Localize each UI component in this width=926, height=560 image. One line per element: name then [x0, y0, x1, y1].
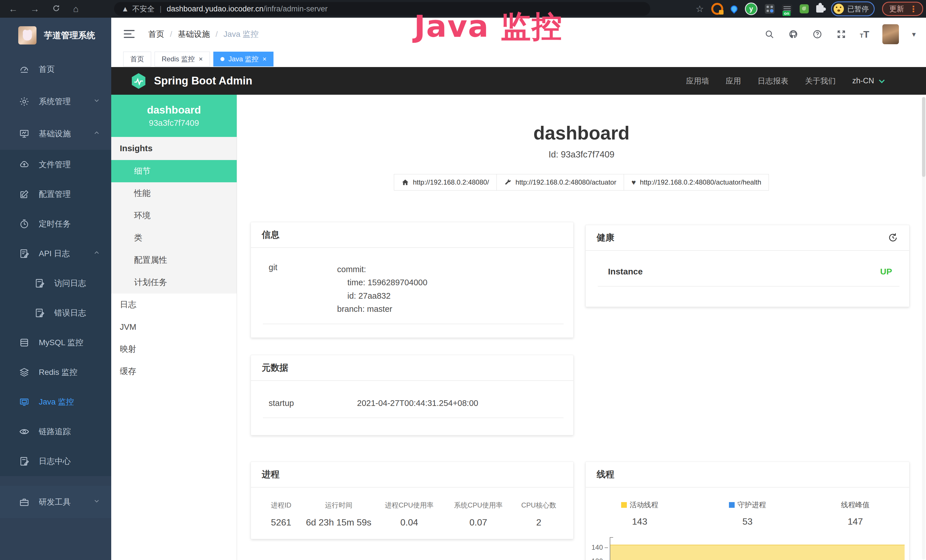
sba-brand[interactable]: Spring Boot Admin	[154, 75, 253, 87]
address-bar[interactable]: ▲ 不安全 | dashboard.yudao.iocoder.cn/infra…	[114, 2, 650, 16]
instance-links: http://192.168.0.2:48080/ http://192.168…	[237, 174, 926, 191]
back-icon[interactable]: ←	[9, 4, 18, 14]
screen: ← → ⌂ ▲ 不安全 | dashboard.yudao.iocoder.cn…	[0, 0, 926, 560]
insecure-warning-icon[interactable]: ▲	[121, 5, 129, 14]
chevron-down-icon	[878, 77, 886, 85]
sba-logo-icon[interactable]	[130, 73, 147, 89]
sidebar-item-api-logs[interactable]: API 日志	[0, 239, 111, 268]
browser-menu-icon[interactable]: ⋮	[909, 4, 918, 14]
sidebar-item-tracing[interactable]: 链路追踪	[0, 417, 111, 446]
sidebar-item-file-mgmt[interactable]: 文件管理	[0, 150, 111, 179]
search-icon[interactable]	[764, 29, 775, 40]
sidebar-item-redis-monitor[interactable]: Redis 监控	[0, 357, 111, 387]
sidebar-item-java-monitor[interactable]: Java 监控	[0, 387, 111, 417]
sba-nav-metrics[interactable]: 性能	[111, 182, 237, 204]
home-icon	[401, 179, 409, 186]
sidebar-item-home[interactable]: 首页	[0, 53, 111, 85]
sba-nav-about[interactable]: 关于我们	[805, 76, 835, 86]
sba-nav-details[interactable]: 细节	[111, 160, 237, 182]
browser-update-button[interactable]: 更新 ⋮	[882, 2, 923, 16]
extensions-puzzle-icon[interactable]	[816, 5, 824, 12]
reload-icon[interactable]	[52, 4, 61, 14]
metadata-value: 2021-04-27T00:44:31.254+08:00	[357, 398, 478, 408]
sidebar-collapse-icon[interactable]	[124, 30, 135, 38]
url-host[interactable]: dashboard.yudao.iocoder.cn	[167, 5, 263, 14]
profile-emoji-icon	[834, 4, 844, 14]
sidebar-item-dev-tools[interactable]: 研发工具	[0, 486, 111, 518]
actuator-url-link[interactable]: http://192.168.0.2:48080/actuator	[496, 174, 624, 191]
browser-profile-button[interactable]: 已暂停	[831, 2, 875, 16]
sba-nav-scheduled-tasks[interactable]: 计划任务	[111, 271, 237, 294]
scrollbar[interactable]	[922, 97, 925, 559]
breadcrumb-home[interactable]: 首页	[148, 29, 164, 40]
layers-icon	[19, 367, 30, 378]
log-icon	[34, 278, 45, 289]
metadata-key: startup	[269, 398, 357, 408]
sba-nav-jvm[interactable]: JVM	[111, 316, 237, 338]
sba-nav-wallboard[interactable]: 应用墙	[686, 76, 709, 86]
health-card-title: 健康	[597, 232, 614, 244]
tab-java-monitor[interactable]: Java 监控 ×	[213, 51, 274, 67]
instance-header[interactable]: dashboard 93a3fc7f7409	[111, 95, 237, 137]
extension-switch-icon[interactable]: on	[782, 5, 792, 13]
threads-card: 线程 活动线程 守护进程 线程峰值 143 53 147 140 120 100	[586, 462, 909, 560]
sba-nav-journal[interactable]: 日志报表	[758, 76, 788, 86]
info-card-title: 信息	[251, 222, 573, 248]
avatar[interactable]	[882, 24, 899, 44]
sidebar-item-mysql-monitor[interactable]: MySQL 监控	[0, 328, 111, 357]
sba-nav-applications[interactable]: 应用	[726, 76, 741, 86]
help-icon[interactable]	[812, 29, 823, 40]
process-card-title: 进程	[251, 462, 573, 487]
app-logo-row[interactable]: 芋道管理系统	[0, 18, 111, 53]
process-sys-cpu-value: 0.07	[444, 517, 513, 528]
breadcrumb-infrastructure[interactable]: 基础设施	[178, 29, 210, 40]
service-url-link[interactable]: http://192.168.0.2:48080/	[394, 174, 497, 191]
home-icon[interactable]: ⌂	[73, 4, 79, 14]
sidebar-item-system-mgmt[interactable]: 系统管理	[0, 85, 111, 118]
scrollbar-thumb[interactable]	[922, 97, 925, 177]
avatar-caret-icon[interactable]: ▾	[912, 30, 916, 39]
extension-pin-icon[interactable]	[729, 4, 739, 14]
sidebar-item-access-logs[interactable]: 访问日志	[0, 268, 111, 298]
sidebar-item-infrastructure[interactable]: 基础设施	[0, 118, 111, 150]
extension-y-icon[interactable]: y	[745, 3, 758, 15]
extension-leaf-icon[interactable]	[800, 4, 809, 14]
app-sidebar: 芋道管理系统 首页 系统管理 基础设施 文件管理 配置管理	[0, 18, 111, 560]
bookmark-star-icon[interactable]: ☆	[696, 3, 704, 14]
history-icon[interactable]	[888, 232, 898, 243]
sba-sidebar: dashboard 93a3fc7f7409 Insights 细节 性能 环境…	[111, 95, 237, 560]
locale-selector[interactable]: zh-CN	[852, 76, 886, 85]
sba-nav-caches[interactable]: 缓存	[111, 360, 237, 383]
close-icon[interactable]: ×	[262, 56, 266, 62]
profile-status: 已暂停	[847, 4, 869, 14]
health-instance-label[interactable]: Instance	[608, 267, 643, 277]
url-path[interactable]: /infra/admin-server	[263, 5, 328, 14]
sba-nav-mappings[interactable]: 映射	[111, 338, 237, 360]
tab-redis-monitor[interactable]: Redis 监控 ×	[154, 51, 210, 67]
fullscreen-icon[interactable]	[836, 29, 847, 40]
font-size-icon[interactable]: TT	[860, 29, 869, 40]
forward-icon[interactable]: →	[30, 4, 39, 14]
cloud-upload-icon	[19, 159, 30, 170]
sba-nav-classes[interactable]: 类	[111, 227, 237, 249]
tab-home[interactable]: 首页	[123, 51, 151, 67]
sba-nav-environment[interactable]: 环境	[111, 204, 237, 227]
sba-nav-config-props[interactable]: 配置属性	[111, 249, 237, 271]
sba-nav-logs[interactable]: 日志	[111, 294, 237, 316]
extension-orange-icon[interactable]	[711, 3, 723, 15]
app-logo-image	[18, 26, 36, 44]
monitor-icon	[19, 129, 30, 139]
sidebar-item-error-logs[interactable]: 错误日志	[0, 298, 111, 328]
health-url-link[interactable]: ♥ http://192.168.0.2:48080/actuator/heal…	[624, 174, 769, 191]
tags-view-bar: 首页 Redis 监控 × Java 监控 ×	[111, 51, 926, 67]
instance-id: 93a3fc7f7409	[149, 118, 199, 128]
extension-grid-icon[interactable]	[765, 4, 775, 14]
process-col-proc-cpu: 进程CPU使用率	[375, 501, 444, 510]
close-icon[interactable]: ×	[199, 56, 203, 62]
sidebar-item-scheduled-jobs[interactable]: 定时任务	[0, 209, 111, 239]
github-icon[interactable]	[788, 29, 799, 40]
sidebar-item-config-mgmt[interactable]: 配置管理	[0, 179, 111, 209]
security-label[interactable]: 不安全	[132, 4, 154, 14]
sidebar-item-log-center[interactable]: 日志中心	[0, 446, 111, 476]
metadata-card: 元数据 startup 2021-04-27T00:44:31.254+08:0…	[251, 355, 573, 435]
